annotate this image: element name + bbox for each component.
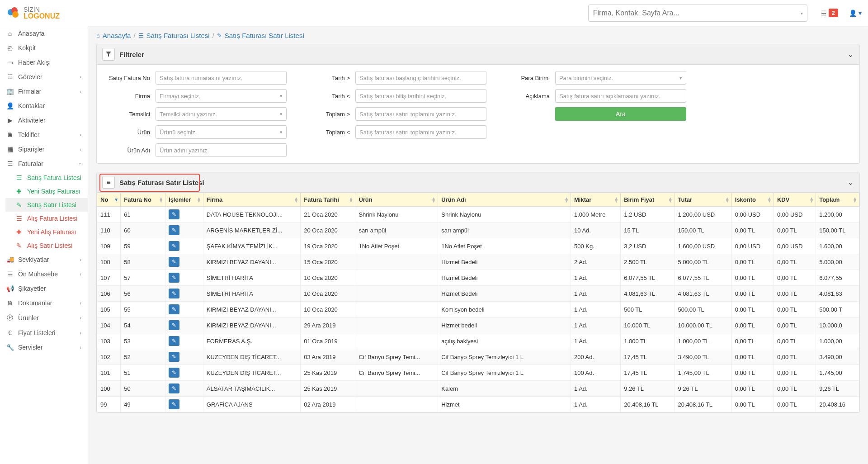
- table-row[interactable]: 10252✎KUZEYDEN DIŞ TİCARET...03 Ara 2019…: [97, 349, 859, 365]
- table-cell: 6.077,55 TL: [675, 270, 731, 286]
- menu-icon[interactable]: ≡: [102, 176, 115, 189]
- sidebar-item-kokpit[interactable]: ◴Kokpit: [0, 41, 88, 55]
- table-row[interactable]: 10454✎KIRMIZI BEYAZ DAYANI...29 Ara 2019…: [97, 317, 859, 333]
- sidebar-item-teklifler[interactable]: 🗎Teklifler‹: [0, 128, 88, 142]
- table-row[interactable]: 9949✎GRAFİCA AJANS02 Ara 2019Hizmet1 Ad.…: [97, 397, 859, 412]
- table-cell: [355, 381, 438, 397]
- sidebar-sub-alış-satır-listesi[interactable]: ✎Alış Satır Listesi: [5, 239, 88, 252]
- table-row[interactable]: 10555✎KIRMIZI BEYAZ DAYANI...10 Oca 2020…: [97, 302, 859, 317]
- sidebar-item-label: Haber Akışı: [18, 59, 51, 66]
- date-to-input[interactable]: [355, 89, 486, 103]
- sidebar-item-ürünler[interactable]: ⓅÜrünler‹: [0, 310, 88, 326]
- sidebar-item-sevkiyatlar[interactable]: 🚚Sevkiyatlar‹: [0, 252, 88, 267]
- edit-button[interactable]: ✎: [169, 352, 179, 362]
- filters-panel-title: Filtreler: [119, 51, 144, 58]
- description-input[interactable]: [555, 89, 686, 103]
- pencil-icon: ✎: [15, 242, 23, 249]
- total-lt-input[interactable]: [355, 125, 486, 139]
- table-row[interactable]: 11060✎ARGENİS MARKETLER Zİ...20 Oca 2020…: [97, 223, 859, 238]
- table-row[interactable]: 10656✎SİMETRİ HARİTA10 Oca 2020Hizmet Be…: [97, 286, 859, 302]
- sidebar-item-kontaklar[interactable]: 👤Kontaklar: [0, 99, 88, 113]
- sidebar-sub-yeni-satış-faturası[interactable]: ✚Yeni Satış Faturası: [5, 185, 88, 198]
- column-header-miktar[interactable]: Miktar▲▼: [571, 193, 621, 207]
- invoice-no-input[interactable]: [156, 71, 287, 85]
- column-header-label: Firma: [207, 196, 222, 203]
- logo[interactable]: SİZİN LOGONUZ: [6, 6, 60, 20]
- table-cell: 1.745,00: [816, 365, 859, 381]
- filters-panel-header[interactable]: Filtreler ⌄: [97, 44, 859, 65]
- column-header-no[interactable]: No▼: [97, 193, 121, 207]
- chevron-down-icon[interactable]: ▾: [801, 10, 803, 15]
- edit-button[interactable]: ✎: [169, 289, 179, 298]
- edit-button[interactable]: ✎: [169, 336, 179, 346]
- column-header-fatura-no[interactable]: Fatura No▲▼: [121, 193, 165, 207]
- table-row[interactable]: 10757✎SİMETRİ HARİTA10 Oca 2020Hizmet Be…: [97, 270, 859, 286]
- column-header-toplam[interactable]: Toplam▲▼: [816, 193, 859, 207]
- date-from-input[interactable]: [355, 71, 486, 85]
- edit-button[interactable]: ✎: [169, 320, 179, 330]
- product-name-input[interactable]: [156, 143, 287, 157]
- sidebar-item-servisler[interactable]: 🔧Servisler‹: [0, 340, 88, 355]
- sidebar-item-fiyat-listeleri[interactable]: €Fiyat Listeleri‹: [0, 326, 88, 340]
- table-cell: ✎: [165, 286, 203, 302]
- sidebar-item-firmalar[interactable]: 🏢Firmalar‹: [0, 84, 88, 99]
- edit-button[interactable]: ✎: [169, 209, 179, 219]
- column-header-ürün[interactable]: Ürün▲▼: [355, 193, 438, 207]
- table-cell: 20 Oca 2020: [301, 223, 355, 238]
- edit-button[interactable]: ✎: [169, 368, 179, 378]
- table-cell: 1No Atlet Poşet: [438, 238, 571, 254]
- table-row[interactable]: 10858✎KIRMIZI BEYAZ DAYANI...15 Oca 2020…: [97, 254, 859, 270]
- table-row[interactable]: 10151✎KUZEYDEN DIŞ TİCARET...25 Kas 2019…: [97, 365, 859, 381]
- user-menu[interactable]: 👤 ▾: [849, 9, 862, 17]
- sidebar-sub-satış-satır-listesi[interactable]: ✎Satış Satır Listesi: [5, 198, 88, 212]
- edit-button[interactable]: ✎: [169, 225, 179, 235]
- breadcrumb-home[interactable]: Anasayfa: [103, 32, 131, 39]
- sidebar-item-haber-akışı[interactable]: ▭Haber Akışı: [0, 55, 88, 70]
- total-gt-input[interactable]: [355, 107, 486, 121]
- sidebar-sub-satış-fatura-listesi[interactable]: ☰Satış Fatura Listesi: [5, 171, 88, 185]
- column-header-kdv[interactable]: KDV▲▼: [774, 193, 816, 207]
- sidebar-item-dokümanlar[interactable]: 🗎Dokümanlar‹: [0, 296, 88, 310]
- column-header-fatura-tarihi[interactable]: Fatura Tarihi▲▼: [301, 193, 355, 207]
- sort-icon: ▲▼: [809, 197, 814, 203]
- sidebar-item-görevler[interactable]: ☲Görevler‹: [0, 70, 88, 84]
- table-cell: Shrink Naylonu: [438, 207, 571, 223]
- sidebar-item-ön-muhasebe[interactable]: ☰Ön Muhasebe‹: [0, 267, 88, 281]
- column-header-i̇skonto[interactable]: İskonto▲▼: [731, 193, 774, 207]
- sidebar-item-şikayetler[interactable]: 📢Şikayetler: [0, 281, 88, 296]
- table-cell: 0,00 TL: [774, 270, 816, 286]
- table-row[interactable]: 11161✎DATA HOUSE TEKNOLOJİ...21 Oca 2020…: [97, 207, 859, 223]
- sidebar-sub-alış-fatura-listesi[interactable]: ☰Alış Fatura Listesi: [5, 212, 88, 225]
- sidebar-item-aktiviteler[interactable]: ▶Aktiviteler: [0, 113, 88, 128]
- sidebar-sub-yeni-alış-faturası[interactable]: ✚Yeni Alış Faturası: [5, 225, 88, 239]
- column-header-ürün-adı[interactable]: Ürün Adı▲▼: [438, 193, 571, 207]
- table-row[interactable]: 10353✎FORMERAS A.Ş.01 Oca 2019açılış bak…: [97, 333, 859, 349]
- table-row[interactable]: 10050✎ALSATAR TAŞIMACILIK...25 Kas 2019K…: [97, 381, 859, 397]
- chevron-down-icon[interactable]: ⌄: [847, 49, 854, 59]
- edit-button[interactable]: ✎: [169, 384, 179, 393]
- sidebar-item-anasayfa[interactable]: ⌂Anasayfa: [0, 26, 88, 41]
- edit-button[interactable]: ✎: [169, 304, 179, 314]
- breadcrumb-level1[interactable]: Satış Faturası Listesi: [146, 32, 210, 39]
- column-header-tutar[interactable]: Tutar▲▼: [675, 193, 731, 207]
- global-search-input[interactable]: [588, 5, 807, 22]
- chevron-down-icon[interactable]: ⌄: [847, 177, 854, 187]
- edit-button[interactable]: ✎: [169, 241, 179, 251]
- column-header-birim-fiyat[interactable]: Birim Fiyat▲▼: [621, 193, 675, 207]
- list-panel-header[interactable]: ≡ Satış Faturası Satır Listesi ⌄: [97, 172, 859, 193]
- search-button[interactable]: Ara: [555, 107, 686, 121]
- column-header-i̇şlemler[interactable]: İşlemler▲▼: [165, 193, 203, 207]
- sidebar-item-faturalar[interactable]: ☰Faturalar‹: [0, 156, 88, 171]
- edit-button[interactable]: ✎: [169, 399, 179, 409]
- product-select[interactable]: Ürünü seçiniz.: [156, 125, 287, 139]
- sidebar-item-siparişler[interactable]: ▦Siparişler‹: [0, 142, 88, 156]
- company-select[interactable]: Firmayı seçiniz.: [156, 89, 287, 103]
- notifications[interactable]: ☰ 2: [821, 9, 838, 17]
- edit-button[interactable]: ✎: [169, 257, 179, 267]
- column-header-firma[interactable]: Firma▲▼: [203, 193, 300, 207]
- table-row[interactable]: 10959✎ŞAFAK KİMYA TEMİZLİK...19 Oca 2020…: [97, 238, 859, 254]
- edit-button[interactable]: ✎: [169, 273, 179, 283]
- rep-select[interactable]: Temsilci adını yazınız.: [156, 107, 287, 121]
- currency-select[interactable]: Para birimini seçiniz.: [555, 71, 686, 85]
- table-cell: 59: [121, 238, 165, 254]
